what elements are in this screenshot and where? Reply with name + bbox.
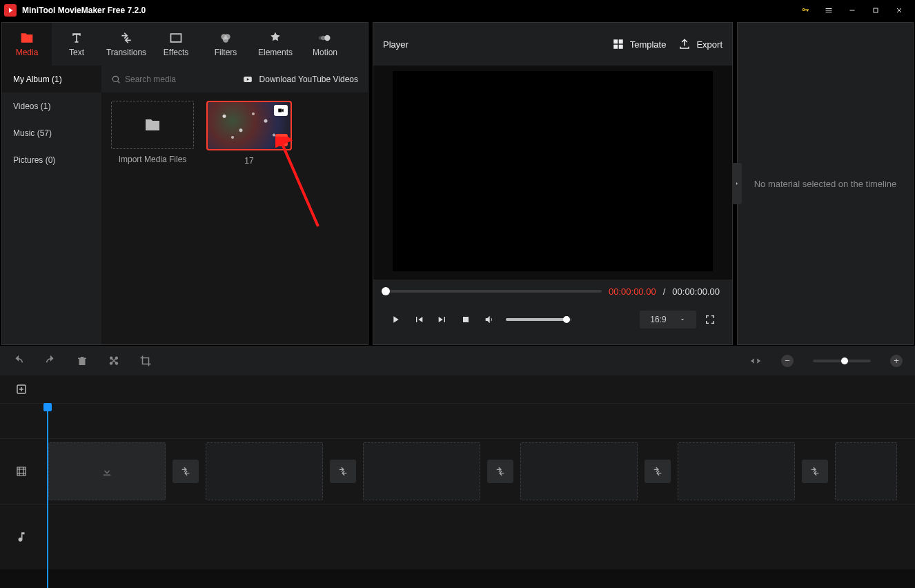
export-icon xyxy=(678,38,691,50)
time-total: 00:00:00.00 xyxy=(672,286,720,297)
titlebar: MiniTool MovieMaker Free 7.2.0 xyxy=(0,0,915,21)
upgrade-key-icon[interactable] xyxy=(794,0,817,21)
add-to-timeline-button[interactable] xyxy=(275,134,288,146)
media-sidebar: My Album (1) Videos (1) Music (57) Pictu… xyxy=(2,66,101,344)
export-button[interactable]: Export xyxy=(678,38,722,50)
svg-point-10 xyxy=(112,76,118,81)
video-slot[interactable] xyxy=(520,442,638,500)
svg-point-9 xyxy=(319,37,322,40)
volume-button[interactable] xyxy=(480,310,499,329)
time-separator: / xyxy=(663,286,666,297)
search-media-input[interactable] xyxy=(125,75,222,84)
undo-button[interactable] xyxy=(12,355,25,367)
fullscreen-button[interactable] xyxy=(700,310,720,329)
tab-motion-label: Motion xyxy=(313,48,337,57)
transition-slot[interactable] xyxy=(330,460,356,483)
redo-button[interactable] xyxy=(44,355,57,367)
tab-filters-label: Filters xyxy=(215,48,237,57)
scrub-bar[interactable] xyxy=(386,290,602,293)
audio-track-icon xyxy=(0,504,43,569)
svg-rect-1 xyxy=(874,8,878,12)
svg-point-6 xyxy=(223,37,228,42)
add-track-button[interactable] xyxy=(0,375,43,403)
play-button[interactable] xyxy=(386,310,405,329)
timeline-toolbar: − + xyxy=(0,345,915,375)
collapse-inspector-handle[interactable] xyxy=(732,163,742,204)
tab-effects-label: Effects xyxy=(164,48,188,57)
next-frame-button[interactable] xyxy=(433,310,452,329)
download-icon xyxy=(101,465,113,478)
template-button[interactable]: Template xyxy=(612,38,667,50)
close-button[interactable] xyxy=(887,0,911,21)
title-track[interactable] xyxy=(43,404,915,438)
main-tabs: Media Text Transitions Effects Filters xyxy=(2,23,368,66)
clip-label: 17 xyxy=(244,156,253,166)
volume-slider[interactable] xyxy=(506,318,572,321)
template-icon xyxy=(612,38,624,50)
tab-media-label: Media xyxy=(16,48,39,57)
tab-text-label: Text xyxy=(69,48,84,57)
svg-line-11 xyxy=(118,81,120,83)
tab-transitions[interactable]: Transitions xyxy=(101,23,151,66)
inspector-panel: No material selected on the timeline xyxy=(737,22,914,345)
crop-button[interactable] xyxy=(139,355,152,367)
tab-filters[interactable]: Filters xyxy=(201,23,250,66)
sidebar-item-music[interactable]: Music (57) xyxy=(2,119,101,146)
transition-slot[interactable] xyxy=(802,460,828,483)
audio-track[interactable] xyxy=(43,504,915,569)
minimize-button[interactable] xyxy=(840,0,864,21)
search-media[interactable] xyxy=(111,75,222,84)
tab-elements[interactable]: Elements xyxy=(250,23,300,66)
video-slot[interactable] xyxy=(678,442,795,500)
tab-text[interactable]: Text xyxy=(52,23,101,66)
app-icon xyxy=(4,4,17,17)
menu-icon[interactable] xyxy=(817,0,840,21)
aspect-ratio-select[interactable]: 16:9 xyxy=(640,311,696,329)
timeline[interactable] xyxy=(0,375,915,588)
zoom-slider[interactable] xyxy=(813,360,871,362)
import-label: Import Media Files xyxy=(119,155,187,164)
tab-elements-label: Elements xyxy=(258,48,293,57)
video-slot[interactable] xyxy=(48,442,166,500)
zoom-out-button[interactable]: − xyxy=(781,355,794,367)
search-icon xyxy=(111,75,121,84)
prev-frame-button[interactable] xyxy=(409,310,429,329)
transition-slot[interactable] xyxy=(173,460,199,483)
video-slot[interactable] xyxy=(363,442,480,500)
zoom-in-button[interactable]: + xyxy=(890,355,903,367)
tab-transitions-label: Transitions xyxy=(106,48,146,57)
time-current: 00:00:00.00 xyxy=(609,286,656,297)
preview-area xyxy=(373,66,732,280)
svg-rect-16 xyxy=(463,317,469,322)
sidebar-item-pictures[interactable]: Pictures (0) xyxy=(2,146,101,173)
delete-button[interactable] xyxy=(76,355,88,367)
download-youtube-button[interactable]: Download YouTube Videos xyxy=(242,75,358,84)
inspector-empty-text: No material selected on the timeline xyxy=(754,179,897,189)
maximize-button[interactable] xyxy=(864,0,887,21)
tab-media[interactable]: Media xyxy=(2,23,52,66)
transition-slot[interactable] xyxy=(487,460,513,483)
videoclip-icon xyxy=(274,105,288,116)
media-clip-17[interactable]: 17 xyxy=(206,101,292,166)
sidebar-item-videos[interactable]: Videos (1) xyxy=(2,92,101,119)
video-slot[interactable] xyxy=(206,442,323,500)
video-track-icon xyxy=(0,439,43,504)
tab-motion[interactable]: Motion xyxy=(300,23,350,66)
app-title: MiniTool MovieMaker Free 7.2.0 xyxy=(22,6,146,15)
folder-icon xyxy=(144,117,161,133)
transition-slot[interactable] xyxy=(645,460,671,483)
chevron-right-icon xyxy=(734,179,740,188)
import-media-tile[interactable]: Import Media Files xyxy=(111,101,194,164)
player-title: Player xyxy=(383,39,409,50)
youtube-icon xyxy=(242,75,254,84)
video-track[interactable] xyxy=(43,439,915,504)
fit-timeline-button[interactable] xyxy=(749,355,762,367)
chevron-down-icon xyxy=(679,316,686,323)
sidebar-item-myalbum[interactable]: My Album (1) xyxy=(2,66,101,92)
stop-button[interactable] xyxy=(456,310,475,329)
video-slot[interactable] xyxy=(835,442,897,500)
tab-effects[interactable]: Effects xyxy=(151,23,201,66)
split-button[interactable] xyxy=(108,355,120,367)
